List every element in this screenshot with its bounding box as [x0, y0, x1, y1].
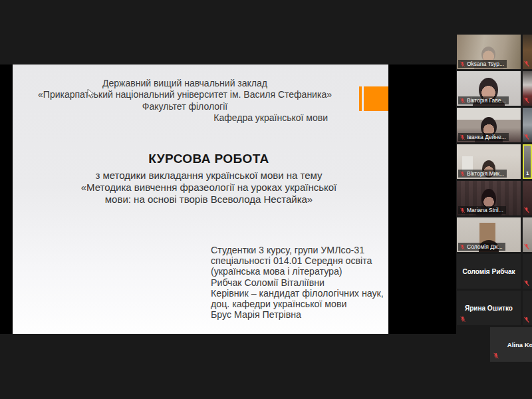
muted-mic-icon	[523, 280, 530, 287]
muted-mic-icon	[460, 61, 466, 67]
details-line: Студентки 3 курсу, групи УМЛсо-31	[211, 245, 384, 255]
participant-name: Alina Koti	[490, 341, 532, 348]
subtitle-line: мови: на основі творів Всеволода Нестайк…	[26, 194, 392, 205]
header-line: Державний вищий навчальний заклад	[25, 78, 345, 89]
name-chip: Соломія Дж...	[458, 243, 505, 251]
slide-title: КУРСОВА РОБОТА	[26, 152, 392, 166]
participant-name: Іванка Дейне...	[467, 134, 506, 140]
participant-name: Ярина Ошитко	[457, 305, 521, 312]
details-line: (українська мова і література)	[211, 266, 384, 277]
participant-name: Вікторія Гаве...	[467, 97, 506, 104]
name-chip: Вікторія Гаве...	[458, 96, 509, 104]
header-line: Кафедра української мови	[25, 112, 345, 124]
overflow-tile-1[interactable]	[523, 35, 532, 69]
participant-tile-8[interactable]: Ярина Ошитко	[457, 291, 521, 325]
overflow-tile-7[interactable]	[523, 254, 532, 289]
active-speaker-badge: 1	[526, 170, 529, 176]
details-line: Керівник – кандидат філологічних наук,	[211, 288, 384, 299]
muted-mic-icon	[523, 134, 530, 140]
name-chip: Mariana Stril...	[458, 206, 506, 214]
slide-subtitle: з методики викладання української мови н…	[26, 170, 392, 206]
muted-mic-icon	[460, 171, 466, 177]
participant-name: Oksana Tsyp...	[467, 61, 504, 67]
participant-tile-3[interactable]: Іванка Дейне...	[457, 108, 521, 142]
name-chip: Іванка Дейне...	[458, 133, 509, 141]
slide-title-block: КУРСОВА РОБОТА з методики викладання укр…	[26, 152, 392, 206]
header-line: «Прикарпатський національний університет…	[25, 89, 345, 100]
overflow-tile-3[interactable]	[523, 108, 532, 142]
muted-mic-icon	[523, 61, 530, 67]
muted-mic-icon	[493, 352, 499, 359]
mouse-cursor-icon	[87, 88, 95, 99]
muted-mic-icon	[460, 316, 466, 323]
overflow-tile-6[interactable]	[523, 217, 532, 252]
muted-mic-icon	[523, 243, 530, 250]
orange-accent-bar-wide	[364, 86, 388, 111]
muted-mic-icon	[523, 317, 530, 323]
overflow-tile-2[interactable]	[523, 71, 532, 106]
shared-screen-region: Державний вищий навчальний заклад «Прика…	[0, 65, 456, 334]
presentation-slide: Державний вищий навчальний заклад «Прика…	[13, 65, 388, 334]
subtitle-line: «Методика вивчення фразеології на уроках…	[26, 182, 392, 194]
name-chip: Вікторія Мик...	[458, 170, 507, 178]
muted-mic-icon	[523, 207, 530, 213]
muted-mic-icon	[460, 98, 466, 104]
participant-name: Соломія Дж...	[467, 243, 503, 250]
slide-institution-header: Державний вищий навчальний заклад «Прика…	[25, 78, 345, 124]
participant-name: Mariana Stril...	[467, 207, 503, 213]
muted-mic-icon	[460, 207, 466, 213]
muted-mic-icon	[460, 244, 466, 250]
participant-tile-7[interactable]: Соломія Рибчак	[457, 254, 521, 289]
details-line: Рибчак Соломії Віталіївни	[211, 277, 384, 288]
participant-tile-4[interactable]: Вікторія Мик...	[457, 144, 521, 179]
details-line: доц. кафедри української мови	[211, 299, 384, 309]
zoom-meeting-window: Державний вищий навчальний заклад «Прика…	[0, 0, 532, 399]
participant-tile-2[interactable]: Вікторія Гаве...	[457, 71, 521, 106]
muted-mic-icon	[460, 134, 466, 140]
participant-tile-5[interactable]: Mariana Stril...	[457, 181, 521, 215]
subtitle-line: з методики викладання української мови н…	[26, 170, 392, 182]
overflow-tile-8[interactable]	[523, 291, 532, 325]
participant-name: Вікторія Мик...	[467, 170, 504, 177]
participant-tile-6[interactable]: Соломія Дж...	[457, 217, 521, 252]
participant-name: Соломія Рибчак	[457, 268, 521, 275]
muted-mic-icon	[523, 97, 530, 104]
details-line: спеціальності 014.01 Середня освіта	[211, 255, 384, 266]
overflow-tile-5[interactable]	[523, 181, 532, 215]
header-line: Факультет філології	[25, 101, 345, 112]
name-chip: Oksana Tsyp...	[458, 60, 507, 68]
slide-author-details: Студентки 3 курсу, групи УМЛсо-31 спеціа…	[211, 245, 384, 320]
orange-accent-bar-thin	[359, 86, 362, 111]
details-line: Брус Марія Петрівна	[211, 309, 384, 320]
participant-gallery: Oksana Tsyp... Вікторія Гаве... Іванка Д…	[457, 0, 532, 399]
participant-tile-9[interactable]: Alina Koti	[490, 327, 532, 362]
participant-tile-1[interactable]: Oksana Tsyp...	[457, 35, 521, 69]
overflow-tile-4-active-speaker[interactable]: 1	[523, 144, 532, 179]
